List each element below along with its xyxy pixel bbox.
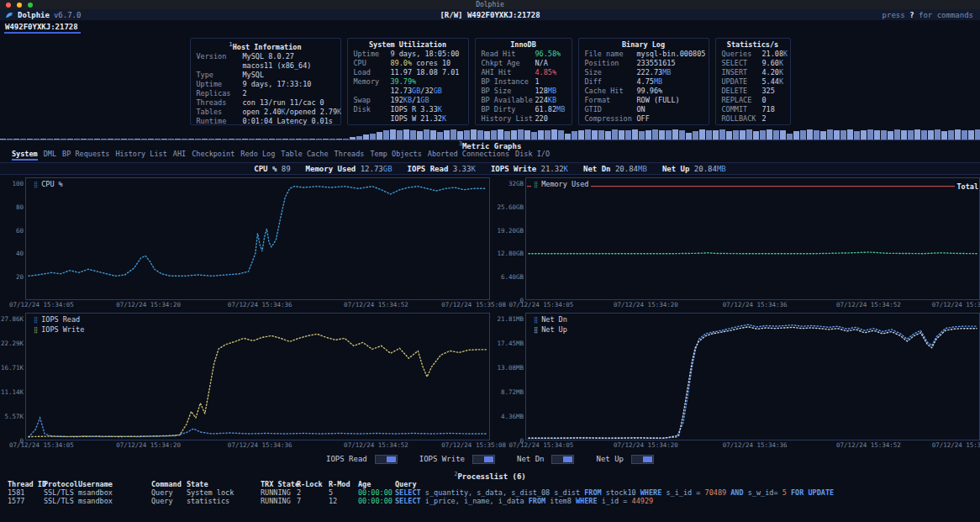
x-tick-label: 07/12/24 15:35:08 bbox=[932, 441, 980, 449]
sparkline-bar bbox=[350, 137, 356, 140]
graph-tab-dml[interactable]: DML bbox=[44, 150, 56, 159]
sparkline-bar bbox=[592, 130, 598, 140]
panel-innodb: InnoDBRead Hit96.58%Chkpt AgeN/AAHI Hit4… bbox=[475, 38, 572, 125]
sparkline-bar bbox=[753, 131, 759, 140]
graph-tab-bp-requests[interactable]: BP Requests bbox=[62, 150, 109, 159]
sparkline-bar bbox=[948, 130, 954, 140]
sparkline-bar bbox=[632, 129, 638, 140]
field-label: ROLLBACK bbox=[722, 114, 762, 124]
graph-tab-redo-log[interactable]: Redo Log bbox=[240, 150, 275, 159]
series-line-net-dn bbox=[529, 324, 977, 438]
sparkline-bar bbox=[935, 129, 940, 140]
graph-tab-threads[interactable]: Threads bbox=[335, 150, 365, 159]
query-token: SELECT bbox=[395, 497, 421, 505]
field-value: 9 days, 17:33:10 bbox=[243, 80, 312, 89]
graph-tab-aborted-connections[interactable]: Aborted Connections bbox=[428, 150, 509, 159]
series-switch-iops-write[interactable] bbox=[472, 455, 495, 464]
sparkline-bar bbox=[471, 129, 477, 140]
stat-label: IOPS Read bbox=[408, 165, 449, 173]
value-part: OFF bbox=[637, 114, 650, 123]
graph-tab-history-list[interactable]: History List bbox=[115, 150, 166, 159]
sparkline-bar bbox=[108, 139, 113, 140]
graph-tab-disk-i-o[interactable]: Disk I/O bbox=[515, 150, 550, 159]
sparkline-bar bbox=[329, 139, 335, 140]
value-part: mysql-bin.000805 bbox=[637, 50, 706, 58]
metric-graphs-title: 3Metric Graphs bbox=[0, 140, 980, 150]
sparkline-bar bbox=[498, 129, 503, 140]
field-value: 192KB/1GB bbox=[391, 96, 429, 105]
close-button[interactable] bbox=[6, 3, 11, 8]
sparkline-bar bbox=[733, 130, 739, 140]
value-part: 11.97 18.08 7.01 bbox=[391, 68, 460, 76]
sparkline-bar bbox=[377, 132, 382, 140]
sparkline-bar bbox=[61, 139, 66, 140]
field-value: N/A bbox=[535, 59, 548, 68]
value-part: /opened 2.79 bbox=[286, 108, 337, 116]
graph-tab-system[interactable]: System bbox=[12, 150, 38, 161]
chart-memory: 32GB25.60GB19.20GB12.80GB6.40GB0Total⣿Me… bbox=[490, 175, 980, 310]
value-part: MB bbox=[548, 87, 556, 95]
sparkline-bar bbox=[565, 134, 571, 140]
y-tick-label: 16.71K bbox=[1, 364, 24, 372]
chart-canvas-memory bbox=[526, 178, 979, 301]
y-axis-iops: 27.86K22.29K16.71K11.14K5.57K0 bbox=[0, 313, 25, 440]
panel-row: Runtime0:01:04 Latency 0.01s bbox=[197, 117, 335, 126]
panel-row: 12.73GB/32GB bbox=[354, 87, 462, 96]
query-token: FROM bbox=[584, 488, 601, 497]
sparkline-bar bbox=[128, 139, 134, 140]
sparkline-bar bbox=[504, 131, 510, 140]
x-axis-memory: 07/12/24 15:34:0507/12/24 15:34:2007/12/… bbox=[525, 300, 980, 310]
series-switch-iops-read[interactable] bbox=[375, 455, 398, 464]
sparkline-bar bbox=[625, 130, 631, 140]
series-switch-net-up[interactable] bbox=[631, 455, 654, 464]
cell-username: msandbox bbox=[78, 497, 151, 505]
stat-label: CPU % bbox=[254, 165, 277, 173]
series-switch-net-dn[interactable] bbox=[551, 455, 574, 464]
panel-title-host-information: 1Host Information bbox=[197, 40, 335, 52]
panel-system-utilization: System UtilizationUptime9 days, 18:05:00… bbox=[347, 38, 469, 125]
graph-tab-temp-objects[interactable]: Temp Objects bbox=[370, 150, 421, 159]
sparkline-bar bbox=[847, 129, 853, 140]
sparkline-bar bbox=[40, 139, 46, 140]
y-tick-label: 22.29K bbox=[1, 340, 24, 347]
panel-row: File namemysql-bin.000805 bbox=[585, 50, 703, 59]
sparkline-bar bbox=[719, 129, 725, 140]
x-tick-label: 07/12/24 15:34:52 bbox=[836, 301, 901, 308]
x-tick-label: 07/12/24 15:34:20 bbox=[116, 441, 181, 449]
column-header-age: Age bbox=[358, 480, 395, 488]
sparkline-bar bbox=[901, 130, 907, 140]
stat-label: Net Up bbox=[662, 165, 690, 173]
stat-unit: K bbox=[471, 165, 475, 173]
sparkline-bar bbox=[81, 139, 87, 140]
panel-row: Position233551615 bbox=[585, 59, 703, 68]
sparkline-bar bbox=[74, 139, 80, 140]
panel-row: CPU89.0% cores 10 bbox=[354, 59, 462, 68]
chart-network: 21.81MB17.45MB13.08MB8.72MB4.36MB0⣿Net D… bbox=[490, 310, 980, 451]
value-part: K bbox=[438, 105, 442, 113]
panel-row: FormatROW (FULL) bbox=[585, 96, 703, 105]
sparkline-bar bbox=[693, 131, 698, 140]
zoom-button[interactable] bbox=[28, 3, 33, 8]
sparkline-bar bbox=[444, 130, 450, 140]
panel-title-statistics-per-sec: Statistics/s bbox=[722, 40, 784, 50]
graph-tab-ahi[interactable]: AHI bbox=[173, 150, 186, 159]
sparkline-bar bbox=[511, 130, 517, 140]
panel-row: DiskIOPS R 3.33K bbox=[354, 105, 462, 114]
graph-tab-checkpoint[interactable]: Checkpoint bbox=[192, 150, 234, 159]
window-titlebar: Dolphie bbox=[0, 0, 980, 9]
field-value: 2 bbox=[762, 114, 767, 124]
host-tab[interactable]: W492F0YXKJ:21728 bbox=[4, 23, 81, 34]
value-part: 4.75 bbox=[637, 77, 654, 86]
panel-row: Size222.73MB bbox=[585, 68, 703, 77]
panel-row: TypeMySQL bbox=[197, 71, 335, 80]
y-tick-label: 13.08MB bbox=[497, 364, 524, 372]
y-axis-memory: 32GB25.60GB19.20GB12.80GB6.40GB0 bbox=[490, 177, 525, 300]
graph-tab-table-cache[interactable]: Table Cache bbox=[281, 150, 328, 159]
sparkline-bar bbox=[962, 130, 967, 140]
series-line-iops-read bbox=[29, 418, 487, 437]
minimize-button[interactable] bbox=[17, 3, 22, 8]
x-tick-label: 07/12/24 15:34:20 bbox=[614, 441, 678, 449]
legend-label: IOPS Read bbox=[41, 315, 80, 324]
y-tick-label: 25.60GB bbox=[497, 203, 524, 211]
chart-legend-memory: ⣿Memory Used bbox=[531, 180, 591, 190]
